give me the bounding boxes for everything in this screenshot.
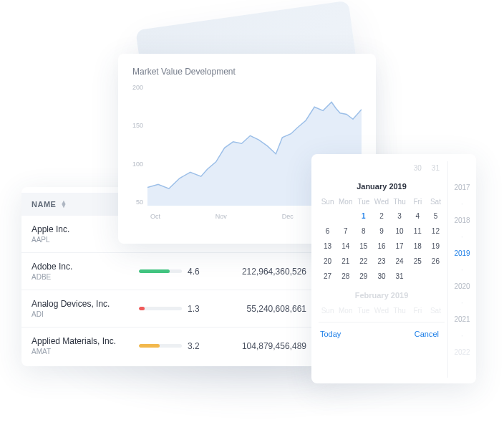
score-value: 1.3	[182, 304, 208, 314]
calendar-day[interactable]: 29	[354, 269, 372, 284]
company-ticker: ADBE	[32, 273, 139, 281]
calendar-day[interactable]: 17	[391, 239, 409, 254]
calendar-day[interactable]: 9	[372, 224, 390, 239]
calendar-cancel-button[interactable]: Cancel	[415, 330, 439, 338]
market-cap: 55,240,608,661	[208, 304, 312, 314]
calendar-prev-day[interactable]: 31	[427, 161, 445, 175]
market-cap: 212,964,360,526	[208, 267, 312, 277]
calendar-day[interactable]: 13	[319, 239, 336, 254]
calendar-day[interactable]: 18	[409, 239, 427, 254]
calendar-day[interactable]: 23	[372, 254, 390, 269]
calendar-actions: Today Cancel	[319, 322, 445, 338]
calendar-next-dow-header: SunMonTueWedThuFriSat	[319, 304, 445, 317]
company-name: Analog Devices, Inc.	[32, 299, 139, 309]
calendar-day[interactable]: 2	[372, 209, 390, 224]
calendar-day[interactable]: 27	[319, 269, 336, 284]
calendar-day[interactable]: 1	[354, 209, 372, 224]
market-cap: 104,879,456,489	[208, 341, 312, 351]
calendar-day[interactable]: 22	[354, 254, 372, 269]
calendar-year-selector: 2017·2018·2019·2020·2021·2022	[447, 161, 476, 378]
calendar-day[interactable]: 28	[336, 269, 354, 284]
sort-icon: ▲▼	[60, 201, 67, 209]
calendar-day[interactable]: 12	[427, 224, 445, 239]
score-bar	[139, 269, 182, 273]
calendar-year[interactable]: 2019	[448, 249, 476, 257]
calendar-prev-trailing: 3031	[319, 161, 445, 175]
calendar-day[interactable]: 31	[391, 269, 409, 284]
calendar-day[interactable]: 25	[409, 254, 427, 269]
calendar-day[interactable]: 26	[427, 254, 445, 269]
company-name: Applied Materials, Inc.	[32, 336, 139, 346]
calendar-day[interactable]: 4	[409, 209, 427, 224]
calendar-day[interactable]: 24	[391, 254, 409, 269]
calendar-day[interactable]: 19	[427, 239, 445, 254]
calendar-day[interactable]: 8	[354, 224, 372, 239]
table-row[interactable]: Applied Materials, Inc.AMAT3.2104,879,45…	[21, 328, 322, 364]
date-picker-card: 3031 January 2019 SunMonTueWedThuFriSat …	[311, 154, 476, 383]
calendar-day[interactable]: 30	[372, 269, 390, 284]
header-label: NAME	[32, 200, 56, 209]
calendar-year[interactable]: 2020	[448, 282, 476, 290]
chart-title: Market Value Development	[132, 67, 362, 77]
calendar-day[interactable]: 15	[354, 239, 372, 254]
company-ticker: AMAT	[32, 348, 139, 355]
chart-y-axis: 20015010050	[132, 84, 147, 206]
company-ticker: ADI	[32, 310, 139, 318]
calendar-day[interactable]: 11	[409, 224, 427, 239]
calendar-year[interactable]: 2022	[448, 348, 476, 356]
calendar-month-title: January 2019	[319, 175, 445, 195]
calendar-year[interactable]: 2021	[448, 315, 476, 323]
calendar-day[interactable]: 5	[427, 209, 445, 224]
score-value: 3.2	[182, 341, 208, 351]
calendar-day[interactable]: 7	[336, 224, 354, 239]
calendar-day[interactable]: 21	[336, 254, 354, 269]
calendar-dow-header: SunMonTueWedThuFriSat	[319, 195, 445, 209]
score-value: 4.6	[182, 267, 208, 277]
company-name: Adobe Inc.	[32, 262, 139, 272]
calendar-year[interactable]: 2017	[448, 183, 476, 191]
calendar-prev-day[interactable]: 30	[409, 161, 427, 175]
table-row[interactable]: Analog Devices, Inc.ADI1.355,240,608,661	[21, 290, 322, 328]
calendar-next-month-title: February 2019	[319, 284, 445, 304]
calendar-today-button[interactable]: Today	[320, 330, 341, 338]
calendar-year[interactable]: 2018	[448, 216, 476, 224]
calendar-day[interactable]: 6	[319, 224, 336, 239]
score-bar	[139, 344, 182, 348]
table-row[interactable]: Adobe Inc.ADBE4.6212,964,360,526	[21, 253, 322, 290]
calendar-day[interactable]: 10	[391, 224, 409, 239]
calendar-day[interactable]: 16	[372, 239, 390, 254]
calendar-day[interactable]: 3	[391, 209, 409, 224]
calendar-day[interactable]: 20	[319, 254, 336, 269]
score-bar	[139, 307, 182, 310]
calendar-day[interactable]: 14	[336, 239, 354, 254]
